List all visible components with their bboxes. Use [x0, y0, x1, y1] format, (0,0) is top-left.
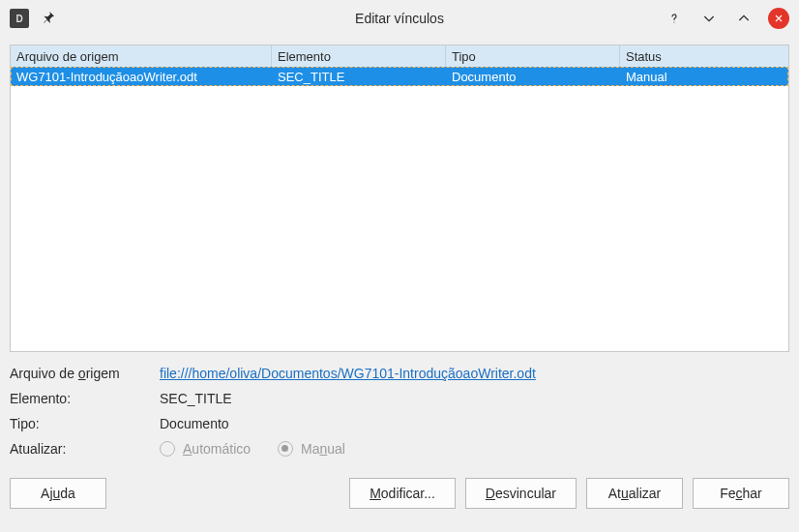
update-button[interactable]: Atualizar: [586, 478, 683, 509]
label-source-file: Arquivo de origem: [10, 366, 160, 381]
maximize-icon[interactable]: [733, 8, 755, 29]
update-radio-group: Automático Manual: [160, 441, 789, 457]
details-panel: Arquivo de origem file:///home/oliva/Doc…: [10, 366, 789, 457]
close-icon[interactable]: [768, 8, 789, 29]
value-element: SEC_TITLE: [160, 391, 789, 406]
source-file-link[interactable]: file:///home/oliva/Documentos/WG7101-Int…: [160, 366, 536, 381]
radio-automatic-input: [160, 441, 175, 457]
help-button[interactable]: Ajuda: [10, 478, 106, 509]
radio-manual-input: [278, 441, 293, 457]
svg-point-0: [673, 21, 674, 22]
unlink-button[interactable]: Desvincular: [465, 478, 577, 509]
app-icon: D: [10, 9, 29, 28]
titlebar-right: [664, 8, 789, 29]
button-spacer: [116, 478, 340, 509]
th-status[interactable]: Status: [620, 45, 788, 67]
th-element[interactable]: Elemento: [272, 45, 446, 67]
dialog-content: Arquivo de origem Elemento Tipo Status W…: [0, 37, 799, 532]
minimize-icon[interactable]: [698, 8, 720, 29]
pin-icon[interactable]: [41, 10, 56, 28]
edit-links-dialog: D Editar vínculos Arquivo de origem: [0, 0, 799, 532]
table-row[interactable]: WG7101-IntroduçãoaoWriter.odt SEC_TITLE …: [11, 67, 788, 86]
label-update: Atualizar:: [10, 441, 160, 457]
titlebar: D Editar vínculos: [0, 0, 799, 37]
th-source[interactable]: Arquivo de origem: [11, 45, 272, 67]
titlebar-left: D: [10, 9, 56, 28]
th-type[interactable]: Tipo: [446, 45, 620, 67]
cell-element: SEC_TITLE: [272, 67, 446, 86]
button-row: Ajuda Modificar... Desvincular Atualizar…: [10, 478, 789, 509]
cell-type: Documento: [446, 67, 620, 86]
cell-source: WG7101-IntroduçãoaoWriter.odt: [11, 67, 272, 86]
radio-manual: Manual: [278, 441, 345, 457]
label-element: Elemento:: [10, 391, 160, 406]
help-icon[interactable]: [664, 8, 685, 29]
radio-automatic: Automático: [160, 441, 251, 457]
cell-status: Manual: [620, 67, 788, 86]
table-header: Arquivo de origem Elemento Tipo Status: [11, 45, 788, 67]
close-button[interactable]: Fechar: [693, 478, 789, 509]
value-type: Documento: [160, 416, 789, 431]
table-body: WG7101-IntroduçãoaoWriter.odt SEC_TITLE …: [11, 67, 788, 351]
label-type: Tipo:: [10, 416, 160, 431]
links-table[interactable]: Arquivo de origem Elemento Tipo Status W…: [10, 44, 789, 352]
modify-button[interactable]: Modificar...: [349, 478, 456, 509]
value-source-file: file:///home/oliva/Documentos/WG7101-Int…: [160, 366, 789, 381]
